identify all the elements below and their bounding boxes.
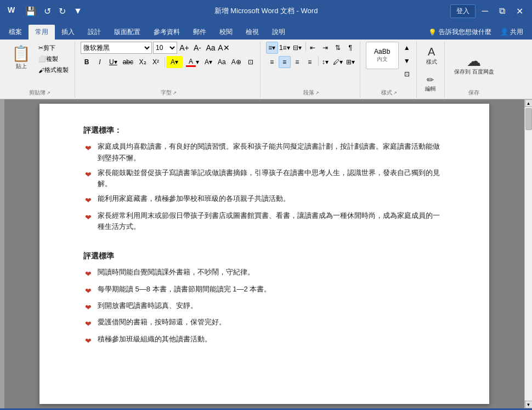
clear-format-button[interactable]: A✕ bbox=[218, 42, 230, 54]
increase-indent-button[interactable]: ⇥ bbox=[319, 42, 331, 54]
ribbon-right-area: 💡 告訴我您想做什麼 👤 共用 bbox=[428, 25, 530, 40]
svg-text:W: W bbox=[8, 5, 15, 14]
style-expand-icon[interactable]: ↗ bbox=[393, 91, 397, 96]
align-right-button[interactable]: ≡ bbox=[291, 56, 303, 68]
font-grow-button[interactable]: A+ bbox=[178, 42, 190, 54]
multilevel-list-button[interactable]: ⊟▾ bbox=[291, 42, 303, 54]
tab-help[interactable]: 說明 bbox=[265, 25, 292, 40]
tab-view[interactable]: 檢視 bbox=[239, 25, 265, 40]
font-shrink-button[interactable]: A- bbox=[191, 42, 203, 54]
subscript-button[interactable]: X₂ bbox=[137, 56, 149, 68]
copy-button[interactable]: ⬜ 複製 bbox=[36, 54, 71, 64]
italic-button[interactable]: I bbox=[94, 56, 106, 68]
show-formatting-button[interactable]: ¶ bbox=[344, 42, 356, 54]
sort-button[interactable]: ⇅ bbox=[332, 42, 344, 54]
word-icon-btn[interactable]: W bbox=[4, 3, 20, 19]
save-quick-btn[interactable]: 💾 bbox=[23, 5, 38, 18]
scissors-icon: ✂ bbox=[38, 44, 43, 52]
bullet-heart-3: ❤ bbox=[83, 194, 93, 206]
list-item: ❤ 到開放書吧讀書時認真、安靜。 bbox=[83, 300, 445, 313]
style-scroll-up[interactable]: ▲ bbox=[401, 42, 413, 54]
style-scroll-down[interactable]: ▼ bbox=[401, 55, 413, 67]
align-left-button[interactable]: ≡ bbox=[266, 56, 278, 68]
style-group-content: AaBb 內文 ▲ ▼ ⊡ bbox=[366, 42, 413, 88]
tab-file[interactable]: 檔案 bbox=[2, 25, 29, 40]
restore-button[interactable]: ⧉ bbox=[495, 5, 510, 17]
border-para-button[interactable]: ⊞▾ bbox=[344, 56, 356, 68]
paragraph-expand-icon[interactable]: ↗ bbox=[315, 91, 319, 96]
superscript-button[interactable]: X² bbox=[150, 56, 162, 68]
change-case-button[interactable]: Aa bbox=[205, 42, 217, 54]
styles-button[interactable]: A 樣式 bbox=[422, 42, 441, 70]
edit-button[interactable]: ✏ 編輯 bbox=[422, 72, 439, 96]
tell-me-label: 告訴我您想做什麼 bbox=[439, 27, 491, 37]
signin-button[interactable]: 登入 bbox=[450, 4, 476, 18]
font-expand-icon[interactable]: ↗ bbox=[173, 91, 177, 96]
bold-button[interactable]: B bbox=[81, 56, 93, 68]
save-group: ☁ 保存到 百度网盘 保存 bbox=[447, 42, 501, 98]
highlight-button[interactable]: A▾ bbox=[166, 56, 183, 68]
style-group: AaBb 內文 ▲ ▼ ⊡ 樣式 ↗ bbox=[363, 42, 417, 98]
tab-design[interactable]: 設計 bbox=[81, 25, 107, 40]
tab-home[interactable]: 常用 bbox=[29, 25, 55, 40]
tab-layout[interactable]: 版面配置 bbox=[107, 25, 147, 40]
customize-btn[interactable]: ▼ bbox=[71, 5, 84, 17]
style-more[interactable]: ⊡ bbox=[401, 68, 413, 80]
bullet-list-button[interactable]: ≡▾ bbox=[266, 42, 278, 54]
tab-review[interactable]: 校閱 bbox=[213, 25, 239, 40]
style-label: 樣式 ↗ bbox=[366, 89, 413, 97]
lightbulb-icon: 💡 bbox=[428, 29, 437, 36]
list-item: ❤ 愛護借閱的書籍，按時歸還，保管完好。 bbox=[83, 317, 445, 330]
cut-button[interactable]: ✂ 剪下 bbox=[36, 43, 71, 53]
list-item: ❤ 能利用家庭藏書，積極參加學校和班級的各項親子共讀活動。 bbox=[83, 193, 445, 206]
tab-references[interactable]: 參考資料 bbox=[147, 25, 186, 40]
redo-btn[interactable]: ↻ bbox=[56, 5, 68, 18]
scroll-thumb[interactable] bbox=[525, 108, 532, 130]
align-center-button[interactable]: ≡ bbox=[279, 56, 291, 68]
phonetic-btn[interactable]: A⊕ bbox=[229, 56, 244, 68]
clipboard-group-content: 📋 貼上 ✂ 剪下 ⬜ 複製 🖌 格式複製 bbox=[8, 42, 71, 88]
font-size-label-btn[interactable]: Aa bbox=[216, 56, 228, 68]
format-painter-button[interactable]: 🖌 格式複製 bbox=[36, 65, 71, 75]
undo-btn[interactable]: ↺ bbox=[42, 5, 53, 18]
shading-button[interactable]: 🖊▾ bbox=[332, 56, 344, 68]
share-button[interactable]: 👤 共用 bbox=[494, 25, 530, 40]
list-item: ❤ 閱讀時間能自覺閱讀課外書籍，不吵鬧，守紀律。 bbox=[83, 267, 445, 280]
bullet-heart-7: ❤ bbox=[83, 301, 93, 313]
tab-mailings[interactable]: 郵件 bbox=[186, 25, 213, 40]
ribbon-tabs: 檔案 常用 插入 設計 版面配置 參考資料 郵件 校閱 檢視 說明 💡 告訴我您… bbox=[0, 22, 532, 40]
font-size-select[interactable]: 10 bbox=[153, 42, 177, 54]
font-color-button[interactable]: A ▾ bbox=[184, 56, 201, 68]
edit-icon: ✏ bbox=[427, 75, 434, 85]
line-spacing-button[interactable]: ↕▾ bbox=[319, 56, 331, 68]
bullet-list-1: ❤ 家庭成員均喜歡讀書，有良好的閱讀習慣。家長和孩子能共同擬定讀書計劃，按計劃讀… bbox=[83, 141, 445, 233]
edit-group: A 樣式 ✏ 編輯 bbox=[419, 42, 445, 98]
paste-icon: 📋 bbox=[12, 44, 31, 63]
justify-button[interactable]: ≡ bbox=[304, 56, 316, 68]
scroll-down-arrow[interactable]: ▼ bbox=[525, 401, 533, 408]
title-bar-right: 登入 ─ ⧉ ✕ bbox=[450, 4, 528, 18]
decrease-indent-button[interactable]: ⇤ bbox=[307, 42, 319, 54]
style-normal-button[interactable]: AaBb 內文 bbox=[366, 42, 399, 69]
save-cloud-button[interactable]: ☁ 保存到 百度网盘 bbox=[450, 51, 498, 78]
clipboard-expand-icon[interactable]: ↗ bbox=[47, 91, 50, 96]
left-margin bbox=[0, 99, 4, 408]
border-btn[interactable]: ⊡ bbox=[245, 56, 257, 68]
strikethrough-button[interactable]: abc bbox=[121, 56, 135, 68]
close-button[interactable]: ✕ bbox=[512, 5, 528, 18]
minimize-button[interactable]: ─ bbox=[478, 5, 493, 17]
paste-button[interactable]: 📋 貼上 bbox=[8, 42, 35, 73]
document-page[interactable]: 評選標準： ❤ 家庭成員均喜歡讀書，有良好的閱讀習慣。家長和孩子能共同擬定讀書計… bbox=[39, 104, 489, 404]
list-item: ❤ 家長經常利用周末或節假日帶孩子到書店或圖書館買書、看書，讓讀書成為一種休閒時… bbox=[83, 210, 445, 233]
text-effect-button[interactable]: A▾ bbox=[202, 56, 214, 68]
numbered-list-button[interactable]: 1≡▾ bbox=[279, 42, 291, 54]
title-bar-title: 新增 Microsoft Word 文档 - Word bbox=[214, 6, 318, 16]
para-row2: ≡ ≡ ≡ ≡ ↕▾ 🖊▾ ⊞▾ bbox=[266, 56, 356, 68]
font-family-select[interactable]: 微软雅黑 bbox=[81, 42, 152, 54]
tab-insert[interactable]: 插入 bbox=[55, 25, 81, 40]
scroll-up-arrow[interactable]: ▲ bbox=[525, 99, 533, 107]
underline-button[interactable]: U▾ bbox=[107, 56, 120, 68]
list-item: ❤ 積極參加班級組織的其他讀書活動。 bbox=[83, 334, 445, 347]
bullet-heart-8: ❤ bbox=[83, 318, 93, 330]
bullet-heart-1: ❤ bbox=[83, 142, 93, 154]
